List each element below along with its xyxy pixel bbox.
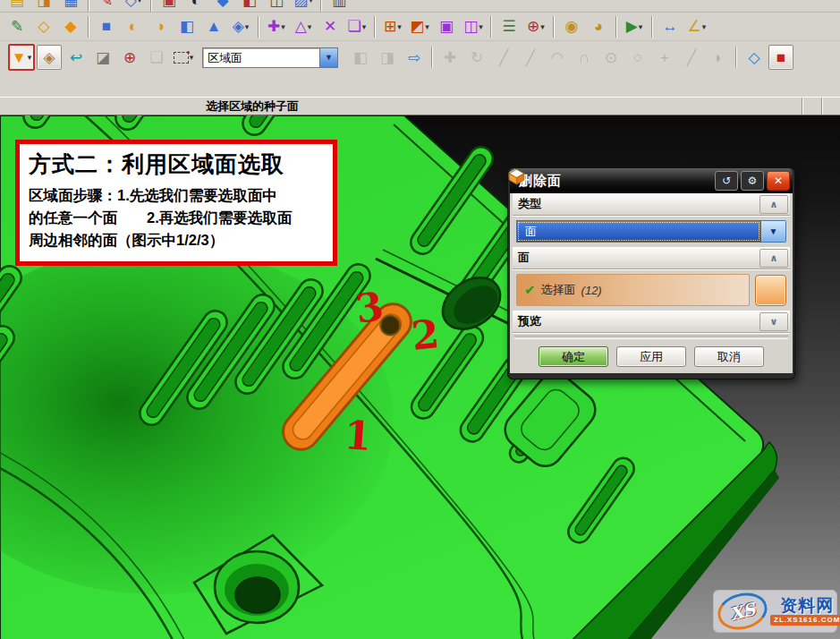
mirror-face-icon[interactable]: ◫▾ <box>461 14 486 39</box>
section-face-collapse-button[interactable]: ∧ <box>759 249 788 268</box>
selection-filter-dropdown[interactable]: ▾ <box>28 53 32 62</box>
type-combobox[interactable]: 面 ▼ <box>516 220 786 243</box>
snap-endpoint-icon[interactable]: ╱ <box>491 45 516 70</box>
snap-line-icon[interactable]: ╱ <box>679 45 704 70</box>
snap-intersection-icon[interactable]: ∩ <box>572 45 597 70</box>
section-preview-header[interactable]: 预览 ∨ <box>513 311 790 333</box>
trim-body-icon[interactable]: ◧ <box>174 14 199 39</box>
render-style-icon[interactable]: ▶▾ <box>622 14 647 39</box>
selection-scope-combobox[interactable]: 区域面 ▼ <box>202 47 338 68</box>
shell-icon[interactable]: ◫ <box>264 0 289 13</box>
measure-angle-dropdown[interactable]: ▾ <box>702 22 707 31</box>
wireframe-cube-icon[interactable]: ◇ <box>742 45 767 70</box>
select-face-button[interactable] <box>755 275 786 306</box>
replace-face-icon[interactable]: ◩▾ <box>407 14 432 39</box>
type-combobox-value-area[interactable]: 面 <box>516 220 761 243</box>
offset-region-icon[interactable]: ⊞▾ <box>380 14 405 39</box>
dialog-titlebar[interactable]: 删除面 ↺ ⚙ ✕ <box>510 168 793 193</box>
erase-icon[interactable]: ◪ <box>90 45 115 70</box>
copy-face-icon[interactable]: ❏▾ <box>344 14 369 39</box>
rectangle-select-icon[interactable]: ▾ <box>171 45 196 70</box>
window-icon[interactable]: ▥ <box>327 0 352 13</box>
status-cell <box>821 98 840 115</box>
cone-icon[interactable]: ▲ <box>201 14 226 39</box>
datum-csys-icon[interactable]: ⊕▾ <box>523 14 548 39</box>
sweep-along-guide-icon[interactable]: ◑ <box>148 14 173 39</box>
rotate-handles-icon[interactable]: ↻ <box>464 45 489 70</box>
ok-button[interactable]: 确定 <box>539 346 608 367</box>
snap-face-glyph: ◗ <box>714 50 723 65</box>
cancel-button[interactable]: 取消 <box>694 346 764 367</box>
save-file-icon[interactable]: ▦ <box>58 0 83 13</box>
feature-navigator-icon[interactable]: ☰ <box>496 14 522 39</box>
open-file-icon[interactable]: ◨ <box>31 0 56 13</box>
pattern-face-icon[interactable]: ▣ <box>434 14 459 39</box>
datum-csys-dropdown[interactable]: ▾ <box>540 22 545 31</box>
snap-center-icon[interactable]: ⊙ <box>598 45 624 70</box>
snap-point-icon[interactable]: + <box>652 45 677 70</box>
datum-plane-icon[interactable]: ◇ <box>31 14 56 39</box>
view-cube-icon[interactable]: ◈ <box>37 45 62 70</box>
dialog-close-button[interactable]: ✕ <box>767 171 790 191</box>
render-style-dropdown[interactable]: ▾ <box>639 22 643 31</box>
replace-face-dropdown[interactable]: ▾ <box>425 22 429 31</box>
boss-circle[interactable] <box>215 551 299 623</box>
draft-dropdown[interactable]: ▾ <box>309 0 313 4</box>
mirror-face-dropdown[interactable]: ▾ <box>479 22 483 31</box>
move-handles-icon[interactable]: ✚ <box>437 45 462 70</box>
extrude-icon[interactable]: ■ <box>94 14 119 39</box>
face-selection-field[interactable]: ✔ 选择面 (12) <box>516 274 750 306</box>
draft-icon[interactable]: ▨▾ <box>291 0 316 13</box>
resize-face-icon[interactable]: △▾ <box>291 14 316 39</box>
revolve-icon[interactable]: ◐ <box>121 14 146 39</box>
section-face-label: 面 <box>518 250 530 266</box>
new-file-icon[interactable]: ▤ <box>4 0 30 13</box>
apply-button[interactable]: 应用 <box>616 346 686 367</box>
offset-region-dropdown[interactable]: ▾ <box>397 22 402 31</box>
general-object-icon[interactable]: ◧ <box>348 45 373 70</box>
section-face-header[interactable]: 面 ∧ <box>513 247 790 269</box>
rotate-point-icon[interactable]: ⊕ <box>117 45 142 70</box>
graphics-viewport[interactable]: 3 2 1 方式二：利用区域面选取 区域面步骤：1.先选我们需要选取面中 的任意… <box>0 115 840 639</box>
block-icon[interactable]: ◆ <box>210 0 235 13</box>
section-type-collapse-button[interactable]: ∧ <box>759 195 788 214</box>
undo-icon[interactable]: ↩ <box>64 45 89 70</box>
datum-icon[interactable]: ◇▾ <box>121 0 146 13</box>
view-cube-glyph: ◈ <box>43 50 55 65</box>
section-preview-expand-button[interactable]: ∨ <box>759 312 788 331</box>
rectangle-select-dropdown[interactable]: ▾ <box>190 53 194 62</box>
selection-filter-icon[interactable]: ▼▾ <box>8 44 35 71</box>
datum-dropdown[interactable]: ▾ <box>138 0 142 4</box>
edit-appearance-icon[interactable]: ◕ <box>586 14 611 39</box>
pad-icon[interactable]: ▣ <box>157 0 182 13</box>
snap-arc-icon[interactable]: ◠ <box>545 45 570 70</box>
snap-circle-icon[interactable]: ○ <box>625 45 650 70</box>
solid-cube-icon[interactable]: ■ <box>768 45 793 70</box>
direct-sketch-icon[interactable]: ✎ <box>4 14 30 39</box>
selection-scope-dropdown-arrow[interactable]: ▼ <box>319 48 337 67</box>
feature-object-icon[interactable]: ◨ <box>375 45 400 70</box>
measure-angle-icon[interactable]: ∠▾ <box>684 14 709 39</box>
next-selection-icon[interactable]: ⇨ <box>402 45 427 70</box>
clone-tool-icon[interactable]: ❏ <box>144 45 169 70</box>
sphere-icon[interactable]: ◈▾ <box>228 14 253 39</box>
resize-face-dropdown[interactable]: ▾ <box>308 22 312 31</box>
swept-surface-icon[interactable]: ◆ <box>58 14 83 39</box>
shaded-mode-icon[interactable]: ◐ <box>183 0 208 13</box>
sphere-dropdown[interactable]: ▾ <box>245 22 250 31</box>
dialog-settings-button[interactable]: ⚙ <box>741 171 764 191</box>
section-type-header[interactable]: 类型 ∧ <box>513 193 790 216</box>
delete-face-icon[interactable]: ✕ <box>318 14 343 39</box>
type-combobox-arrow[interactable]: ▼ <box>761 220 786 243</box>
dialog-reset-button[interactable]: ↺ <box>715 171 738 191</box>
snap-face-icon[interactable]: ◗ <box>706 45 731 70</box>
measure-distance-icon[interactable]: ↔ <box>658 14 683 39</box>
snap-midpoint-icon[interactable]: ╱ <box>518 45 543 70</box>
boolean-icon[interactable]: ◧ <box>237 0 262 13</box>
synchronous-modeling-icon[interactable]: ◉ <box>559 14 584 39</box>
copy-face-dropdown[interactable]: ▾ <box>362 22 367 31</box>
sketch-icon[interactable]: ✎ <box>94 0 119 13</box>
toolbar-separator <box>735 47 737 68</box>
move-face-dropdown[interactable]: ▾ <box>281 22 285 31</box>
move-face-icon[interactable]: ✚▾ <box>264 14 289 39</box>
